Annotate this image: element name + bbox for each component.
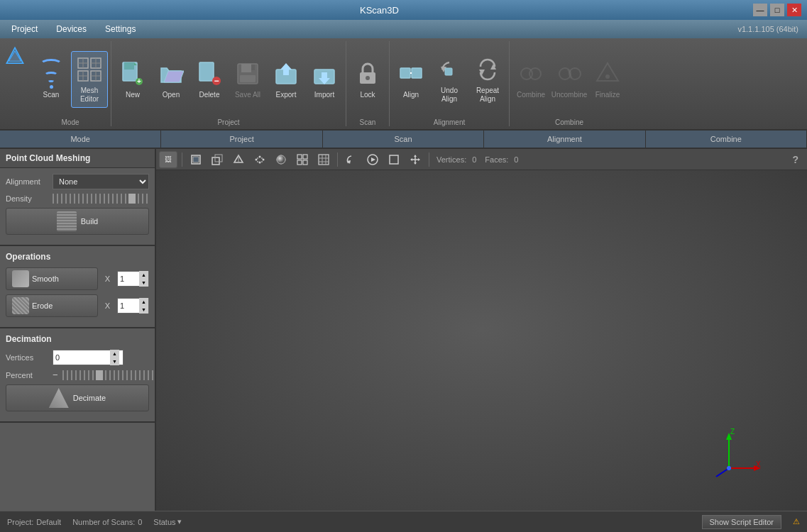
erode-value-input[interactable]: [118, 301, 139, 310]
svg-rect-33: [412, 68, 422, 78]
vp-reset-button[interactable]: [342, 151, 361, 168]
uncombine-button[interactable]: Uncombine: [551, 51, 588, 108]
alignment-select[interactable]: None Global Local: [53, 174, 149, 189]
vp-perspective-button[interactable]: [187, 151, 205, 168]
svg-marker-73: [371, 157, 375, 162]
faces-count-value: 0: [514, 155, 518, 164]
open-button[interactable]: Open: [153, 51, 190, 108]
import-label: Import: [314, 91, 334, 99]
percent-slider[interactable]: [62, 370, 154, 380]
build-button[interactable]: Build: [6, 208, 149, 235]
vp-play-button[interactable]: [363, 151, 382, 168]
vp-fullscreen-button[interactable]: [385, 151, 403, 168]
help-button[interactable]: ?: [792, 154, 804, 165]
svg-point-31: [366, 76, 370, 80]
repeat-align-icon: [473, 55, 502, 84]
new-button[interactable]: + New: [114, 51, 151, 108]
svg-point-40: [529, 68, 541, 79]
svg-rect-63: [303, 155, 307, 159]
axis-indicator: Z X: [708, 426, 764, 482]
vertices-label: Vertices: [6, 353, 48, 362]
combine-buttons: Combine Uncombine: [512, 41, 626, 117]
combine-button[interactable]: Combine: [512, 51, 549, 108]
save-all-label: Save All: [235, 91, 260, 99]
wifi-icon-shape: [40, 59, 62, 89]
svg-rect-19: [199, 62, 214, 81]
mesh-editor-label: MeshEditor: [80, 87, 99, 104]
repeat-align-button[interactable]: RepeatAlign: [469, 51, 506, 108]
show-script-button[interactable]: Show Script Editor: [702, 515, 781, 529]
status-button[interactable]: Status ▾: [153, 517, 181, 526]
density-slider[interactable]: [53, 194, 149, 204]
smooth-button[interactable]: Smooth: [6, 267, 98, 290]
svg-rect-36: [445, 68, 452, 75]
menu-project[interactable]: Project: [3, 22, 46, 36]
menu-devices[interactable]: Devices: [48, 22, 95, 36]
export-button[interactable]: Export: [268, 51, 304, 108]
tab-scan[interactable]: Scan: [323, 131, 484, 148]
import-button[interactable]: Import: [306, 51, 343, 108]
smooth-down-arrow[interactable]: ▼: [139, 279, 148, 287]
svg-point-58: [257, 157, 258, 159]
svg-text:+: +: [137, 77, 141, 85]
tab-project[interactable]: Project: [161, 131, 322, 148]
maximize-button[interactable]: □: [770, 4, 784, 16]
svg-rect-15: [124, 62, 134, 70]
delete-button[interactable]: − Delete: [191, 51, 228, 108]
undo-align-button[interactable]: UndoAlign: [431, 51, 468, 108]
vp-points-button[interactable]: [251, 151, 269, 168]
save-icon: [234, 60, 262, 88]
left-panel: Point Cloud Meshing Alignment None Globa…: [0, 149, 156, 511]
smooth-value-input[interactable]: [118, 275, 139, 283]
minimize-button[interactable]: —: [753, 4, 767, 16]
save-all-button[interactable]: Save All: [229, 51, 266, 108]
smooth-up-arrow[interactable]: ▲: [139, 271, 148, 279]
erode-down-arrow[interactable]: ▼: [139, 306, 148, 314]
vp-ortho-button[interactable]: [208, 151, 226, 168]
project-section-label: Project: [217, 118, 239, 126]
wifi-dot: [50, 85, 53, 89]
undo-align-icon: [435, 55, 463, 84]
svg-rect-47: [212, 157, 219, 165]
tab-combine[interactable]: Combine: [646, 131, 807, 148]
tab-alignment[interactable]: Alignment: [484, 131, 645, 148]
decimate-button[interactable]: Decimate: [6, 384, 149, 411]
warning-icon: ⚠: [793, 517, 800, 526]
logo[interactable]: [0, 41, 30, 71]
vp-mesh-view-button[interactable]: [314, 151, 333, 168]
percent-row: Percent − +: [6, 370, 149, 380]
menu-settings[interactable]: Settings: [97, 22, 144, 36]
vertices-down-arrow[interactable]: ▼: [110, 358, 119, 365]
alignment-row: Alignment None Global Local: [6, 174, 149, 189]
viewport-canvas[interactable]: Z X: [156, 170, 807, 511]
smooth-spinbox: ▲ ▼: [117, 271, 149, 287]
tab-mode[interactable]: Mode: [0, 131, 161, 148]
viewport-thumbnail-button[interactable]: 🖼: [159, 151, 177, 168]
close-button[interactable]: ✕: [787, 4, 801, 16]
main-area: Point Cloud Meshing Alignment None Globa…: [0, 149, 807, 511]
vertices-spinbox: ▲ ▼: [53, 350, 123, 365]
density-label: Density: [6, 194, 48, 203]
scan-button[interactable]: Scan: [33, 51, 70, 108]
vertices-value-input[interactable]: [53, 353, 110, 362]
align-button[interactable]: Align: [392, 51, 429, 108]
finalize-button[interactable]: Finalize: [589, 51, 626, 108]
operations-section: Operations Smooth X ▲ ▼: [0, 246, 155, 328]
lock-button[interactable]: Lock: [349, 51, 386, 108]
vp-shaded-button[interactable]: [272, 151, 290, 168]
operations-title: Operations: [6, 252, 149, 262]
erode-button[interactable]: Erode: [6, 294, 98, 317]
vertices-up-arrow[interactable]: ▲: [110, 350, 119, 358]
meshing-section: Alignment None Global Local Density Buil…: [0, 168, 155, 246]
vp-move-button[interactable]: [406, 151, 424, 168]
tabbar: Mode Project Scan Alignment Combine: [0, 131, 807, 149]
erode-up-arrow[interactable]: ▲: [139, 298, 148, 306]
scans-label: Number of Scans:: [72, 518, 135, 526]
scans-value: 0: [138, 518, 142, 526]
vp-grid-button[interactable]: [293, 151, 312, 168]
grid-icon: [297, 154, 308, 165]
mesh-editor-button[interactable]: MeshEditor: [71, 51, 108, 108]
vp-wireframe-button[interactable]: [229, 151, 248, 168]
svg-point-55: [259, 161, 261, 163]
vertices-row: Vertices ▲ ▼: [6, 350, 149, 365]
